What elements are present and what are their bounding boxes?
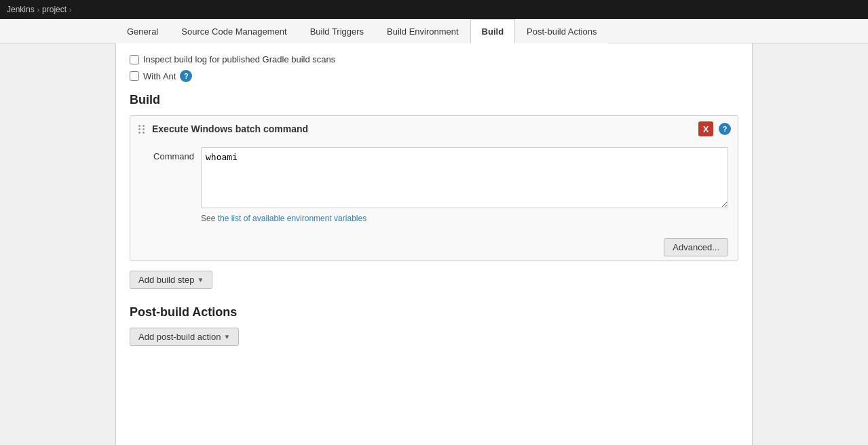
add-post-build-action-button[interactable]: Add post-build action ▼ [130, 328, 239, 346]
build-step-header: Execute Windows batch command X ? [130, 116, 738, 142]
post-build-heading: Post-build Actions [130, 305, 738, 320]
chevron-down-icon-postbuild: ▼ [223, 333, 230, 341]
tab-build[interactable]: Build [470, 19, 516, 43]
breadcrumb-sep1: › [37, 6, 39, 14]
command-area: Command See the list of available enviro… [130, 142, 738, 233]
drag-handle[interactable] [137, 123, 147, 135]
checkbox-label-gradle: Inspect build log for published Gradle b… [143, 54, 335, 64]
build-heading: Build [130, 93, 738, 107]
tab-post-build[interactable]: Post-build Actions [515, 19, 608, 43]
tab-build-environment[interactable]: Build Environment [375, 19, 470, 43]
breadcrumb-jenkins[interactable]: Jenkins [7, 5, 35, 14]
build-step-box: Execute Windows batch command X ? Comman… [130, 115, 738, 261]
env-vars-prefix: See [201, 214, 218, 223]
add-postbuild-label: Add post-build action [138, 332, 221, 342]
command-label: Command [140, 147, 194, 161]
help-icon-ant[interactable]: ? [180, 70, 192, 82]
command-row: Command [140, 147, 728, 208]
advanced-row: Advanced... [130, 233, 738, 260]
tabs-bar: General Source Code Management Build Tri… [0, 19, 868, 43]
checkbox-inspect-gradle[interactable] [130, 55, 139, 64]
chevron-down-icon: ▼ [197, 276, 204, 284]
build-step-title: Execute Windows batch command [152, 123, 693, 134]
close-build-step-button[interactable]: X [698, 121, 713, 136]
breadcrumb-sep2: › [69, 6, 71, 14]
tab-general[interactable]: General [115, 19, 170, 43]
content-area: Inspect build log for published Gradle b… [115, 43, 753, 445]
breadcrumb-bar: Jenkins › project › [0, 0, 868, 19]
tab-source-code[interactable]: Source Code Management [170, 19, 298, 43]
breadcrumb-project[interactable]: project [42, 5, 67, 14]
checkbox-row-gradle: Inspect build log for published Gradle b… [130, 54, 738, 64]
help-icon-build-step[interactable]: ? [719, 123, 731, 135]
env-vars-link[interactable]: the list of available environment variab… [218, 214, 366, 223]
advanced-button[interactable]: Advanced... [664, 238, 728, 256]
tab-build-triggers[interactable]: Build Triggers [299, 19, 375, 43]
command-textarea[interactable] [201, 147, 728, 208]
checkbox-row-ant: With Ant ? [130, 70, 738, 82]
env-vars-text: See the list of available environment va… [140, 214, 728, 223]
add-build-step-label: Add build step [138, 275, 194, 285]
add-build-step-button[interactable]: Add build step ▼ [130, 271, 212, 289]
checkbox-label-ant: With Ant [143, 71, 176, 81]
checkbox-with-ant[interactable] [130, 71, 139, 81]
